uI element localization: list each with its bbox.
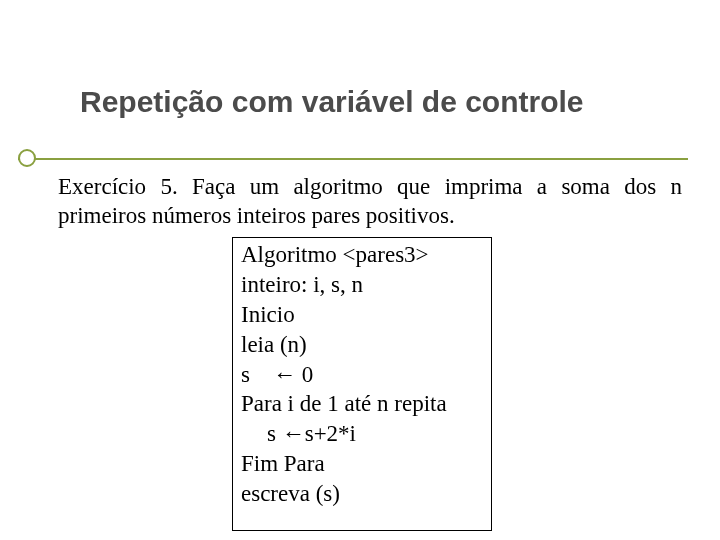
page-title: Repetição com variável de controle bbox=[80, 85, 584, 119]
code-line: s ← 0 bbox=[241, 360, 483, 390]
code-line: inteiro: i, s, n bbox=[241, 270, 483, 300]
algorithm-box: Algoritmo <pares3> inteiro: i, s, n Inic… bbox=[232, 237, 492, 531]
code-line: Fim Para bbox=[241, 449, 483, 479]
code-line: escreva (s) bbox=[241, 479, 483, 509]
code-line: Inicio bbox=[241, 300, 483, 330]
exercise-statement: Exercício 5. Faça um algoritmo que impri… bbox=[58, 173, 682, 231]
divider-dot-icon bbox=[18, 149, 36, 167]
code-line: leia (n) bbox=[241, 330, 483, 360]
code-line: s ←s+2*i bbox=[241, 419, 483, 449]
code-line: Algoritmo <pares3> bbox=[241, 240, 483, 270]
divider-line bbox=[18, 158, 688, 160]
code-line: Para i de 1 até n repita bbox=[241, 389, 483, 419]
slide: Repetição com variável de controle Exerc… bbox=[0, 0, 720, 540]
